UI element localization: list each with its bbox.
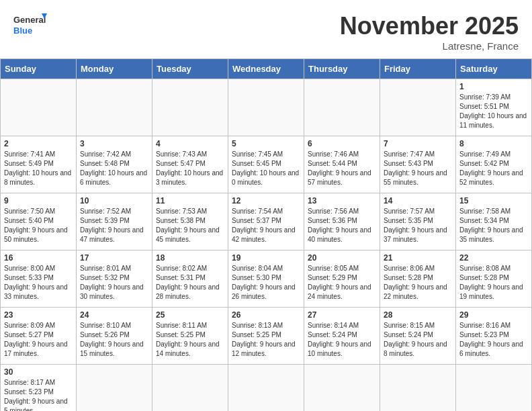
day-info: Sunrise: 8:15 AMSunset: 5:24 PMDaylight:… <box>384 321 452 359</box>
calendar-cell: 17Sunrise: 8:01 AMSunset: 5:32 PMDayligh… <box>77 250 152 308</box>
day-info: Sunrise: 7:57 AMSunset: 5:35 PMDaylight:… <box>384 207 452 244</box>
calendar-cell <box>304 79 380 136</box>
day-info: Sunrise: 7:39 AMSunset: 5:51 PMDaylight:… <box>459 93 528 130</box>
calendar-week-row: 23Sunrise: 8:09 AMSunset: 5:27 PMDayligh… <box>1 308 532 365</box>
calendar-cell: 18Sunrise: 8:02 AMSunset: 5:31 PMDayligh… <box>152 250 228 308</box>
calendar-cell: 11Sunrise: 7:53 AMSunset: 5:38 PMDayligh… <box>152 193 228 250</box>
title-block: November 2025 Latresne, France <box>340 12 519 52</box>
day-info: Sunrise: 7:49 AMSunset: 5:42 PMDaylight:… <box>459 150 528 187</box>
page-header: General Blue November 2025 Latresne, Fra… <box>0 0 532 58</box>
day-info: Sunrise: 8:08 AMSunset: 5:28 PMDaylight:… <box>459 264 528 302</box>
day-of-week-header: Saturday <box>456 59 532 79</box>
calendar-cell: 19Sunrise: 8:04 AMSunset: 5:30 PMDayligh… <box>228 250 304 308</box>
day-number: 17 <box>80 253 148 263</box>
day-info: Sunrise: 8:17 AMSunset: 5:23 PMDaylight:… <box>4 378 73 411</box>
day-info: Sunrise: 7:41 AMSunset: 5:49 PMDaylight:… <box>4 150 73 187</box>
calendar-week-row: 2Sunrise: 7:41 AMSunset: 5:49 PMDaylight… <box>1 136 532 193</box>
calendar-cell: 15Sunrise: 7:58 AMSunset: 5:34 PMDayligh… <box>456 193 532 250</box>
day-number: 5 <box>232 139 300 148</box>
calendar-cell <box>152 365 228 412</box>
calendar-cell: 2Sunrise: 7:41 AMSunset: 5:49 PMDaylight… <box>1 136 77 193</box>
logo: General Blue <box>13 12 47 39</box>
calendar-cell: 8Sunrise: 7:49 AMSunset: 5:42 PMDaylight… <box>456 136 532 193</box>
day-number: 24 <box>80 310 148 320</box>
calendar-cell: 23Sunrise: 8:09 AMSunset: 5:27 PMDayligh… <box>1 308 77 365</box>
day-number: 7 <box>384 139 452 148</box>
day-number: 26 <box>232 310 300 320</box>
day-of-week-header: Tuesday <box>152 59 228 79</box>
day-info: Sunrise: 7:56 AMSunset: 5:36 PMDaylight:… <box>308 207 376 244</box>
calendar-cell: 1Sunrise: 7:39 AMSunset: 5:51 PMDaylight… <box>456 79 532 136</box>
day-info: Sunrise: 8:02 AMSunset: 5:31 PMDaylight:… <box>156 264 224 302</box>
day-number: 20 <box>308 253 376 263</box>
day-info: Sunrise: 7:54 AMSunset: 5:37 PMDaylight:… <box>232 207 300 244</box>
calendar-week-row: 1Sunrise: 7:39 AMSunset: 5:51 PMDaylight… <box>1 79 532 136</box>
day-info: Sunrise: 8:14 AMSunset: 5:24 PMDaylight:… <box>308 321 376 359</box>
day-info: Sunrise: 8:01 AMSunset: 5:32 PMDaylight:… <box>80 264 148 302</box>
day-number: 16 <box>4 253 73 263</box>
calendar-cell <box>456 365 532 412</box>
logo-svg: General Blue <box>13 12 47 39</box>
day-info: Sunrise: 8:00 AMSunset: 5:33 PMDaylight:… <box>4 264 73 302</box>
day-number: 23 <box>4 310 73 320</box>
calendar-cell: 3Sunrise: 7:42 AMSunset: 5:48 PMDaylight… <box>77 136 152 193</box>
month-year-title: November 2025 <box>340 12 519 40</box>
day-info: Sunrise: 7:43 AMSunset: 5:47 PMDaylight:… <box>156 150 224 187</box>
day-info: Sunrise: 8:10 AMSunset: 5:26 PMDaylight:… <box>80 321 148 359</box>
day-info: Sunrise: 8:16 AMSunset: 5:23 PMDaylight:… <box>459 321 528 359</box>
day-of-week-header: Wednesday <box>228 59 304 79</box>
day-number: 10 <box>80 196 148 205</box>
day-number: 8 <box>459 139 528 148</box>
day-number: 18 <box>156 253 224 263</box>
day-info: Sunrise: 7:47 AMSunset: 5:43 PMDaylight:… <box>384 150 452 187</box>
day-number: 14 <box>384 196 452 205</box>
calendar-cell: 6Sunrise: 7:46 AMSunset: 5:44 PMDaylight… <box>304 136 380 193</box>
day-number: 22 <box>459 253 528 263</box>
calendar-week-row: 9Sunrise: 7:50 AMSunset: 5:40 PMDaylight… <box>1 193 532 250</box>
day-number: 13 <box>308 196 376 205</box>
day-number: 29 <box>459 310 528 320</box>
calendar-cell: 25Sunrise: 8:11 AMSunset: 5:25 PMDayligh… <box>152 308 228 365</box>
day-info: Sunrise: 7:45 AMSunset: 5:45 PMDaylight:… <box>232 150 300 187</box>
calendar-cell <box>380 365 456 412</box>
day-number: 6 <box>308 139 376 148</box>
day-of-week-header: Sunday <box>1 59 77 79</box>
location-subtitle: Latresne, France <box>340 40 519 52</box>
day-number: 12 <box>232 196 300 205</box>
calendar-cell: 27Sunrise: 8:14 AMSunset: 5:24 PMDayligh… <box>304 308 380 365</box>
day-info: Sunrise: 8:06 AMSunset: 5:28 PMDaylight:… <box>384 264 452 302</box>
calendar-table: SundayMondayTuesdayWednesdayThursdayFrid… <box>0 58 532 411</box>
day-info: Sunrise: 7:50 AMSunset: 5:40 PMDaylight:… <box>4 207 73 244</box>
calendar-cell: 9Sunrise: 7:50 AMSunset: 5:40 PMDaylight… <box>1 193 77 250</box>
calendar-cell: 28Sunrise: 8:15 AMSunset: 5:24 PMDayligh… <box>380 308 456 365</box>
day-info: Sunrise: 7:46 AMSunset: 5:44 PMDaylight:… <box>308 150 376 187</box>
calendar-cell: 5Sunrise: 7:45 AMSunset: 5:45 PMDaylight… <box>228 136 304 193</box>
day-info: Sunrise: 7:53 AMSunset: 5:38 PMDaylight:… <box>156 207 224 244</box>
calendar-cell: 16Sunrise: 8:00 AMSunset: 5:33 PMDayligh… <box>1 250 77 308</box>
calendar-cell: 30Sunrise: 8:17 AMSunset: 5:23 PMDayligh… <box>1 365 77 412</box>
calendar-cell: 20Sunrise: 8:05 AMSunset: 5:29 PMDayligh… <box>304 250 380 308</box>
day-number: 15 <box>459 196 528 205</box>
day-number: 2 <box>4 139 73 148</box>
day-info: Sunrise: 7:52 AMSunset: 5:39 PMDaylight:… <box>80 207 148 244</box>
calendar-cell: 26Sunrise: 8:13 AMSunset: 5:25 PMDayligh… <box>228 308 304 365</box>
day-number: 19 <box>232 253 300 263</box>
svg-text:Blue: Blue <box>13 26 32 36</box>
calendar-week-row: 30Sunrise: 8:17 AMSunset: 5:23 PMDayligh… <box>1 365 532 412</box>
day-info: Sunrise: 8:11 AMSunset: 5:25 PMDaylight:… <box>156 321 224 359</box>
calendar-cell <box>152 79 228 136</box>
calendar-cell: 7Sunrise: 7:47 AMSunset: 5:43 PMDaylight… <box>380 136 456 193</box>
calendar-cell: 21Sunrise: 8:06 AMSunset: 5:28 PMDayligh… <box>380 250 456 308</box>
day-number: 4 <box>156 139 224 148</box>
calendar-cell: 4Sunrise: 7:43 AMSunset: 5:47 PMDaylight… <box>152 136 228 193</box>
day-number: 25 <box>156 310 224 320</box>
day-info: Sunrise: 8:05 AMSunset: 5:29 PMDaylight:… <box>308 264 376 302</box>
day-info: Sunrise: 7:42 AMSunset: 5:48 PMDaylight:… <box>80 150 148 187</box>
day-number: 9 <box>4 196 73 205</box>
calendar-cell: 13Sunrise: 7:56 AMSunset: 5:36 PMDayligh… <box>304 193 380 250</box>
day-number: 28 <box>384 310 452 320</box>
calendar-cell <box>77 365 152 412</box>
calendar-week-row: 16Sunrise: 8:00 AMSunset: 5:33 PMDayligh… <box>1 250 532 308</box>
svg-text:General: General <box>13 15 46 25</box>
calendar-cell <box>380 79 456 136</box>
